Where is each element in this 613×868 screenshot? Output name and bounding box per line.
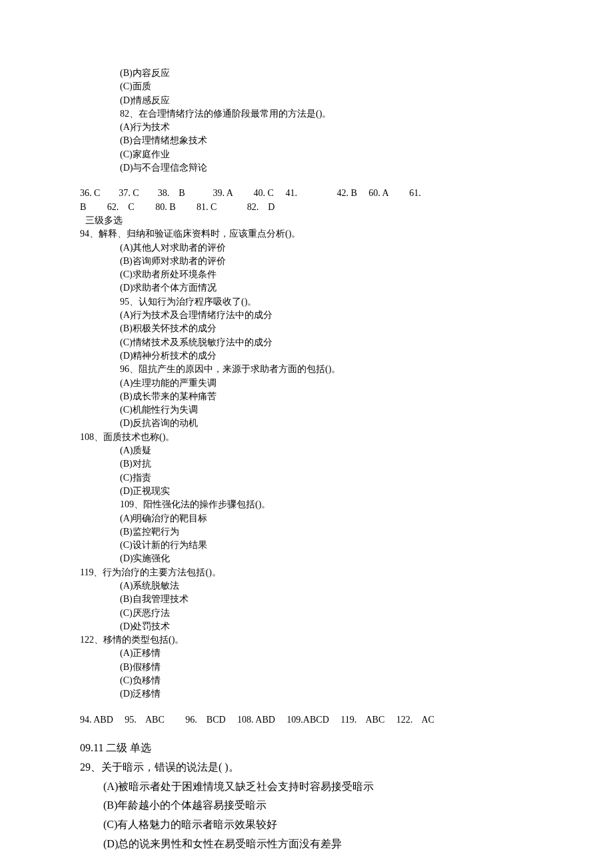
section-level2: 09.11 二级 单选 [80, 739, 533, 758]
section-multi-select: 三级多选 [80, 214, 533, 227]
option-95c: (C)情绪技术及系统脱敏疗法中的成分 [80, 336, 533, 349]
option-95d: (D)精神分析技术的成分 [80, 349, 533, 363]
option-94b: (B)咨询师对求助者的评价 [80, 255, 533, 268]
option-122a: (A)正移情 [80, 647, 533, 660]
option-29b: (B)年龄越小的个体越容易接受暗示 [80, 796, 533, 815]
page-content: (B)内容反应 (C)面质 (D)情感反应 82、在合理情绪疗法的修通阶段最常用… [0, 0, 613, 868]
option-29d: (D)总的说来男性和女性在易受暗示性方面没有差异 [80, 835, 533, 854]
option-108c: (C)指责 [80, 471, 533, 485]
option-109d: (D)实施强化 [80, 552, 533, 565]
question-95: 95、认知行为治疗程序吸收了()。 [80, 295, 533, 309]
option-94a: (A)其他人对求助者的评价 [80, 241, 533, 255]
option-108b: (B)对抗 [80, 457, 533, 471]
option-96c: (C)机能性行为失调 [80, 403, 533, 417]
option-c: (C)面质 [80, 80, 533, 93]
option-108d: (D)正视现实 [80, 485, 533, 498]
option-108a: (A)质疑 [80, 444, 533, 457]
option-95b: (B)积极关怀技术的成分 [80, 322, 533, 335]
option-96b: (B)成长带来的某种痛苦 [80, 390, 533, 403]
option-119d: (D)处罚技术 [80, 620, 533, 633]
option-82b: (B)合理情绪想象技术 [80, 134, 533, 147]
question-109: 109、阳性强化法的操作步骤包括()。 [80, 498, 533, 511]
question-108: 108、面质技术也称()。 [80, 431, 533, 444]
option-b: (B)内容反应 [80, 67, 533, 80]
option-109c: (C)设计新的行为结果 [80, 539, 533, 552]
option-d: (D)情感反应 [80, 94, 533, 107]
option-119c: (C)厌恶疗法 [80, 607, 533, 620]
option-95a: (A)行为技术及合理情绪疗法中的成分 [80, 309, 533, 322]
option-82d: (D)与不合理信念辩论 [80, 161, 533, 175]
option-29a: (A)被暗示者处于困难情境又缺乏社会支持时容易接受暗示 [80, 777, 533, 797]
option-96d: (D)反抗咨询的动机 [80, 417, 533, 430]
option-29c: (C)有人格魅力的暗示者暗示效果较好 [80, 815, 533, 835]
option-94d: (D)求助者个体方面情况 [80, 281, 533, 295]
option-109a: (A)明确治疗的靶目标 [80, 512, 533, 525]
option-119a: (A)系统脱敏法 [80, 579, 533, 593]
option-122d: (D)泛移情 [80, 687, 533, 701]
question-29: 29、关于暗示，错误的说法是( )。 [80, 758, 533, 777]
option-109b: (B)监控靶行为 [80, 525, 533, 539]
answer-key-multi: 94. ABD 95. ABC 96. BCD 108. ABD 109.ABC… [80, 713, 533, 727]
answer-key-line2: B 62. C 80. B 81. C 82. D [80, 201, 533, 214]
option-96a: (A)生理功能的严重失调 [80, 377, 533, 390]
option-122c: (C)负移情 [80, 674, 533, 687]
question-119: 119、行为治疗的主要方法包括()。 [80, 566, 533, 579]
option-122b: (B)假移情 [80, 661, 533, 674]
option-82c: (C)家庭作业 [80, 148, 533, 161]
option-119b: (B)自我管理技术 [80, 593, 533, 606]
answer-key-line1: 36. C 37. C 38. B 39. A 40. C 41. 42. B … [80, 187, 533, 200]
question-94: 94、解释、归纳和验证临床资料时，应该重点分析()。 [80, 227, 533, 241]
question-82: 82、在合理情绪疗法的修通阶段最常用的方法是()。 [80, 107, 533, 121]
option-94c: (C)求助者所处环境条件 [80, 268, 533, 281]
question-96: 96、阻抗产生的原因中，来源于求助者方面的包括()。 [80, 363, 533, 376]
option-82a: (A)行为技术 [80, 121, 533, 134]
question-122: 122、移情的类型包括()。 [80, 633, 533, 647]
